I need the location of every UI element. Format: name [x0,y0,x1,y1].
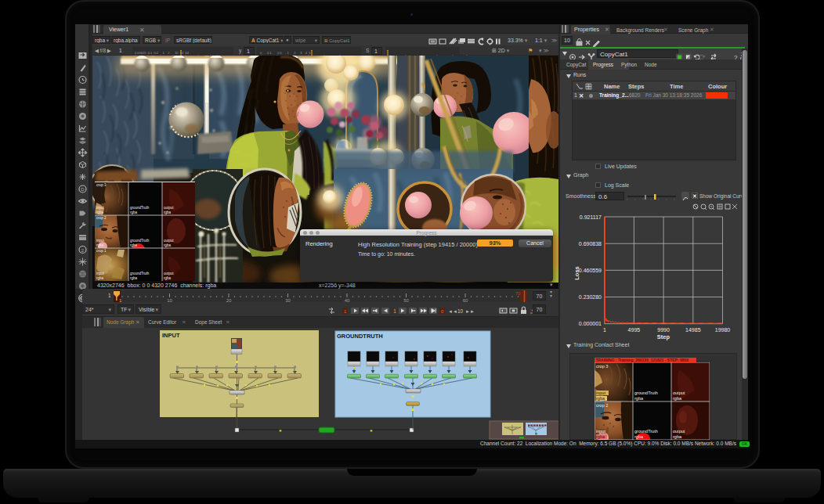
svg-text:50: 50 [403,298,409,303]
svg-text:0.230280: 0.230280 [579,294,602,300]
svg-text:2: 2 [81,248,85,253]
svg-text:1: 1 [393,308,396,314]
svg-text:4995: 4995 [628,327,641,333]
svg-text:0.921117: 0.921117 [580,214,602,220]
svg-text:1: 1 [603,327,606,333]
svg-text:60: 60 [463,298,468,303]
svg-text:9990: 9990 [657,327,670,333]
svg-text:◄◄: ◄◄ [448,309,457,314]
svg-text:10: 10 [167,298,172,303]
svg-text:0.000001: 0.000001 [579,321,602,326]
svg-text:0.460559: 0.460559 [579,268,602,273]
svg-text:0.690838: 0.690838 [579,241,602,247]
svg-text:30: 30 [285,298,291,303]
svg-text:►►: ►► [465,309,475,314]
svg-text:20: 20 [226,298,232,303]
svg-text:GROUNDTRUTH: GROUNDTRUTH [337,333,383,340]
svg-text:Step: Step [657,333,670,340]
svg-text:0 0.1 0.5 1: 0 0.1 0.5 1 2 3 4 5 [260,51,311,55]
svg-text:10: 10 [457,308,464,314]
svg-text:1: 1 [119,298,122,303]
svg-text:19980: 19980 [715,327,731,333]
svg-text:14985: 14985 [685,327,701,333]
svg-text:40: 40 [345,298,350,303]
svg-text:D: D [81,187,85,192]
svg-text:Loss: Loss [573,266,580,280]
svg-text:INPUT: INPUT [162,332,180,339]
svg-text:70: 70 [515,291,521,296]
